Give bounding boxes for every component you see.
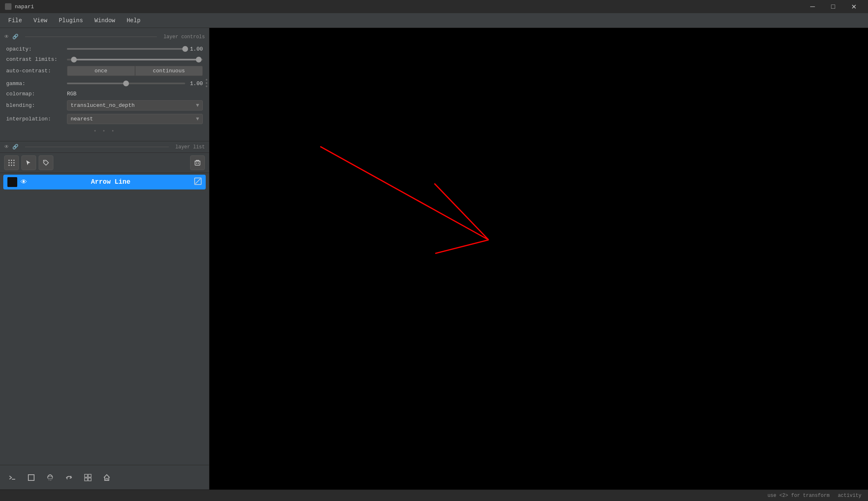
layer-name-label: Arrow Line	[30, 178, 191, 186]
colormap-control: RGB	[67, 91, 203, 97]
svg-point-13	[48, 476, 53, 479]
layer-toolbar	[0, 153, 209, 173]
svg-rect-18	[106, 478, 108, 480]
svg-point-3	[9, 162, 10, 164]
continuous-button[interactable]: continuous	[135, 66, 203, 76]
svg-line-20	[434, 183, 489, 240]
blending-dropdown[interactable]: translucent_no_depth ▼	[67, 100, 203, 111]
layer-item-arrow-line[interactable]: 👁 Arrow Line	[3, 175, 206, 189]
layer-controls-section: 👁 🔗 layer controls opacity: 1.00	[0, 28, 209, 141]
opacity-value: 1.00	[188, 46, 203, 52]
transform-hint: use <2> for transform	[767, 493, 829, 499]
grid-view-button[interactable]	[80, 469, 96, 486]
2d-view-button[interactable]	[23, 469, 39, 486]
svg-rect-17	[88, 478, 91, 481]
layer-list-section: 👁 🔗 layer list	[0, 141, 209, 465]
svg-point-1	[11, 160, 12, 161]
layer-type-icon	[194, 178, 202, 187]
opacity-label: opacity:	[6, 46, 64, 52]
svg-rect-12	[28, 475, 34, 480]
roll-button[interactable]	[61, 469, 77, 486]
svg-line-19	[320, 147, 489, 240]
svg-point-4	[11, 162, 12, 164]
opacity-control: 1.00	[67, 45, 203, 53]
section-expander[interactable]: • • •	[0, 126, 209, 137]
left-panel: 👁 🔗 layer controls opacity: 1.00	[0, 28, 209, 489]
blending-label: blending:	[6, 102, 64, 109]
layer-visibility-icon[interactable]: 👁	[21, 178, 27, 186]
title-bar: napari ─ □ ✕	[0, 0, 868, 13]
activity-label: activity	[838, 493, 861, 499]
blending-control: translucent_no_depth ▼	[67, 100, 203, 111]
svg-point-7	[11, 165, 12, 166]
link-icon[interactable]: 🔗	[12, 34, 18, 40]
3d-view-button[interactable]	[42, 469, 58, 486]
contrast-control	[67, 59, 203, 60]
interpolation-control: nearest ▼	[67, 114, 203, 124]
close-button[interactable]: ✕	[844, 0, 863, 13]
maximize-button[interactable]: □	[824, 0, 843, 13]
gamma-slider[interactable]	[67, 79, 185, 88]
auto-contrast-label: auto-contrast:	[6, 68, 64, 74]
svg-point-5	[14, 162, 15, 164]
layer-list-link-icon[interactable]: 🔗	[12, 144, 18, 150]
svg-rect-10	[195, 161, 200, 165]
interpolation-row: interpolation: nearest ▼	[0, 112, 209, 126]
menu-bar: File View Plugins Window Help	[0, 13, 868, 28]
menu-help[interactable]: Help	[122, 16, 145, 25]
layer-color-swatch	[7, 177, 17, 187]
svg-rect-14	[85, 474, 87, 477]
gamma-value: 1.00	[188, 81, 203, 87]
layer-list-title: layer list	[175, 144, 205, 150]
arrow-drawing	[209, 28, 868, 489]
status-bar: use <2> for transform activity	[0, 489, 868, 501]
auto-contrast-btn-group: once continuous	[67, 66, 203, 76]
home-button[interactable]	[99, 469, 115, 486]
colormap-label: colormap:	[6, 91, 64, 97]
menu-window[interactable]: Window	[90, 16, 120, 25]
opacity-slider[interactable]	[67, 45, 185, 53]
colormap-row: colormap: RGB	[0, 89, 209, 99]
layer-list-header: 👁 🔗 layer list	[0, 141, 209, 153]
svg-rect-16	[85, 478, 87, 481]
select-tool-button[interactable]	[21, 155, 36, 170]
eye-icon[interactable]: 👁	[4, 34, 9, 40]
layer-controls-title: layer controls	[163, 34, 205, 40]
tag-tool-button[interactable]	[39, 155, 53, 170]
svg-point-0	[9, 160, 10, 161]
opacity-row: opacity: 1.00	[0, 43, 209, 55]
contrast-slider[interactable]	[67, 59, 203, 60]
svg-point-2	[14, 160, 15, 161]
title-bar-controls: ─ □ ✕	[803, 0, 863, 13]
menu-file[interactable]: File	[3, 16, 27, 25]
app-title: napari	[15, 4, 34, 10]
interpolation-dropdown-arrow: ▼	[196, 116, 199, 122]
interpolation-label: interpolation:	[6, 116, 64, 122]
auto-contrast-row: auto-contrast: once continuous	[0, 64, 209, 78]
app-icon	[5, 3, 11, 10]
layer-list-eye-icon[interactable]: 👁	[4, 144, 9, 150]
delete-layer-button[interactable]	[190, 155, 205, 170]
svg-point-6	[9, 165, 10, 166]
once-button[interactable]: once	[67, 66, 135, 76]
gamma-control: 1.00	[67, 79, 203, 88]
blending-row: blending: translucent_no_depth ▼	[0, 99, 209, 112]
menu-plugins[interactable]: Plugins	[54, 16, 88, 25]
contrast-label: contrast limits:	[6, 56, 64, 62]
canvas-area[interactable]	[209, 28, 868, 489]
bottom-toolbar	[0, 465, 209, 489]
terminal-button[interactable]	[4, 469, 21, 486]
grid-tool-button[interactable]	[4, 155, 19, 170]
colormap-value: RGB	[67, 91, 76, 97]
menu-view[interactable]: View	[29, 16, 53, 25]
svg-line-21	[435, 240, 489, 254]
auto-contrast-control: once continuous	[67, 66, 203, 76]
blending-dropdown-arrow: ▼	[196, 102, 199, 109]
title-bar-left: napari	[5, 3, 34, 10]
blending-value: translucent_no_depth	[71, 102, 135, 109]
svg-point-8	[14, 165, 15, 166]
interpolation-dropdown[interactable]: nearest ▼	[67, 114, 203, 124]
minimize-button[interactable]: ─	[803, 0, 822, 13]
gamma-label: gamma:	[6, 81, 64, 87]
main-content: 👁 🔗 layer controls opacity: 1.00	[0, 28, 868, 489]
